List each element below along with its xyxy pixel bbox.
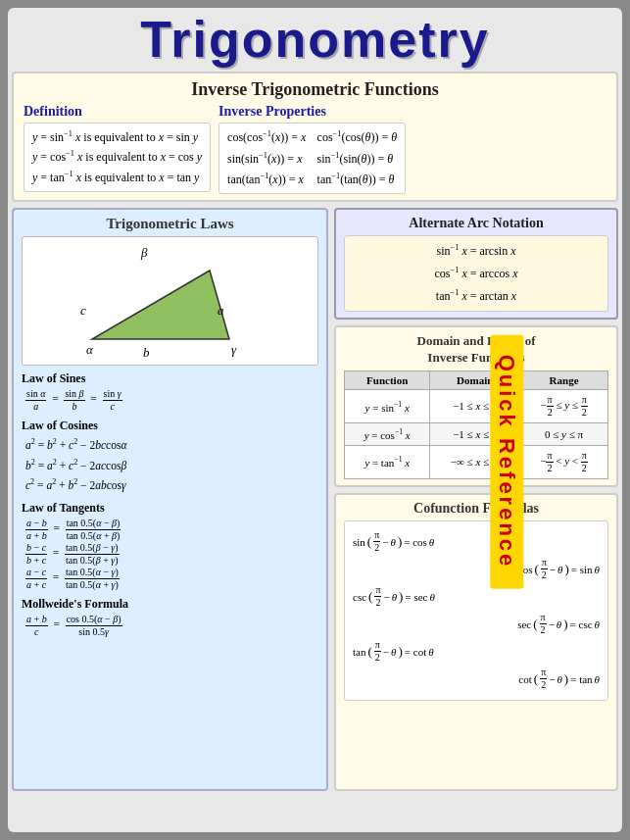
range-2: 0 ≤ y ≤ π <box>520 422 608 445</box>
quick-reference-label: Quick Reference <box>491 335 524 589</box>
definition-box: y = sin−1 x is equivalent to x = sin y y… <box>24 123 211 192</box>
cofunction-title: Cofunction Formulas <box>344 501 608 517</box>
arc-notation-content: sin−1 x = arcsin x cos−1 x = arccos x ta… <box>344 235 608 312</box>
tan-1: a − ba + b = tan 0.5(α − β)tan 0.5(α + β… <box>25 518 318 542</box>
svg-text:γ: γ <box>231 342 237 357</box>
page-title: Trigonometry <box>12 12 618 68</box>
properties-label: Inverse Properties <box>218 104 406 120</box>
triangle-container: β a b c α γ <box>22 236 318 366</box>
prop-2a: sin(sin−1(x)) = x <box>227 149 308 169</box>
arc-3: tan−1 x = arctan x <box>353 285 600 308</box>
sines-frac-3: sin γ c <box>103 388 122 413</box>
arc-notation-title: Alternate Arc Notation <box>344 216 608 231</box>
cofunction-section: Cofunction Formulas sin(π2 − θ) = cosθ c… <box>334 493 618 792</box>
right-column: Alternate Arc Notation sin−1 x = arcsin … <box>334 208 618 791</box>
range-3: −π2 < y < π2 <box>520 445 608 478</box>
triangle-svg: β a b c α γ <box>73 241 268 359</box>
cofunc-1: sin(π2 − θ) = cosθ <box>353 529 600 555</box>
table-header-function: Function <box>345 371 430 389</box>
cofunction-content: sin(π2 − θ) = cosθ cos(π2 − θ) = sinθ cs… <box>344 520 608 701</box>
svg-text:b: b <box>143 345 150 359</box>
trig-laws-title: Trigonometric Laws <box>22 216 318 232</box>
properties-box: cos(cos−1(x)) = x cos−1(cos(θ)) = θ sin(… <box>218 123 406 194</box>
trig-laws-section: Trigonometric Laws β a b c α γ Law of Si… <box>12 208 328 791</box>
mollweide-formula: a + bc = cos 0.5(α − β)sin 0.5γ <box>25 614 318 638</box>
table-row: y = cos−1 x −1 ≤ x ≤ 1 0 ≤ y ≤ π <box>345 422 608 445</box>
law-of-sines-formula: sin α a = sin β b = sin γ c <box>25 388 318 413</box>
inverse-trig-title: Inverse Trigonometric Functions <box>24 79 606 100</box>
sines-frac-2: sin β b <box>64 388 84 413</box>
svg-text:c: c <box>80 303 86 318</box>
cofunc-3: csc(π2 − θ) = secθ <box>353 584 600 610</box>
tan-2: b − cb + c = tan 0.5(β − γ)tan 0.5(β + γ… <box>25 542 318 567</box>
svg-marker-0 <box>92 271 229 339</box>
mollweide-title: Mollweide's Formula <box>22 597 318 612</box>
domain-range-section: Domain and Range ofInverse Functions Fun… <box>334 325 618 486</box>
svg-text:β: β <box>140 245 148 260</box>
law-of-tangents-title: Law of Tangents <box>22 501 318 516</box>
func-2: y = cos−1 x <box>345 422 430 445</box>
cofunc-5: tan(π2 − θ) = cotθ <box>353 639 600 665</box>
law-of-cosines-formula: a2 = b2 + c2 − 2bccosα b2 = a2 + c2 − 2a… <box>25 435 318 495</box>
bottom-section: Trigonometric Laws β a b c α γ Law of Si… <box>12 208 618 791</box>
prop-2b: sin−1(sin(θ)) = θ <box>317 149 398 169</box>
func-1: y = sin−1 x <box>345 389 430 422</box>
prop-3a: tan(tan−1(x)) = x <box>227 170 308 189</box>
domain-range-title: Domain and Range ofInverse Functions <box>344 333 608 367</box>
table-header-range: Range <box>520 371 608 389</box>
cofunc-4: sec(π2 − θ) = cscθ <box>353 612 600 637</box>
sines-frac-1: sin α a <box>25 388 46 413</box>
table-row: y = tan−1 x −∞ ≤ x ≤ ∞ −π2 < y < π2 <box>345 445 608 478</box>
law-of-cosines-title: Law of Cosines <box>22 419 318 433</box>
def-3: y = tan−1 x is equivalent to x = tan y <box>32 168 202 187</box>
cosines-1: a2 = b2 + c2 − 2bccosα <box>25 435 318 455</box>
cosines-3: c2 = a2 + b2 − 2abcosγ <box>25 475 318 495</box>
domain-range-table: Function Domain Range y = sin−1 x −1 ≤ x… <box>344 371 608 479</box>
inverse-trig-section: Inverse Trigonometric Functions Definiti… <box>12 72 618 202</box>
def-2: y = cos−1 x is equivalent to x = cos y <box>32 147 202 167</box>
arc-2: cos−1 x = arccos x <box>353 263 600 285</box>
cofunc-2: cos(π2 − θ) = sinθ <box>353 557 600 582</box>
law-of-tangents-formula: a − ba + b = tan 0.5(α − β)tan 0.5(α + β… <box>25 518 318 591</box>
prop-1b: cos−1(cos(θ)) = θ <box>317 127 398 147</box>
arc-notation-section: Alternate Arc Notation sin−1 x = arcsin … <box>334 208 618 320</box>
svg-text:α: α <box>86 342 94 357</box>
arc-1: sin−1 x = arcsin x <box>353 240 600 263</box>
prop-3b: tan−1(tan(θ)) = θ <box>317 170 398 189</box>
cosines-2: b2 = a2 + c2 − 2accosβ <box>25 456 318 475</box>
def-1: y = sin−1 x is equivalent to x = sin y <box>32 127 202 147</box>
prop-1a: cos(cos−1(x)) = x <box>227 127 308 147</box>
cofunc-6: cot(π2 − θ) = tanθ <box>353 667 600 692</box>
table-row: y = sin−1 x −1 ≤ x ≤ 1 −π2 ≤ y ≤ π2 <box>345 389 608 422</box>
main-card: Trigonometry Inverse Trigonometric Funct… <box>8 8 622 832</box>
func-3: y = tan−1 x <box>345 445 430 478</box>
law-of-sines-title: Law of Sines <box>22 371 318 386</box>
range-1: −π2 ≤ y ≤ π2 <box>520 389 608 422</box>
tan-3: a − ca + c = tan 0.5(α − γ)tan 0.5(α + γ… <box>25 567 318 591</box>
definition-label: Definition <box>24 104 211 120</box>
svg-text:a: a <box>218 303 224 318</box>
